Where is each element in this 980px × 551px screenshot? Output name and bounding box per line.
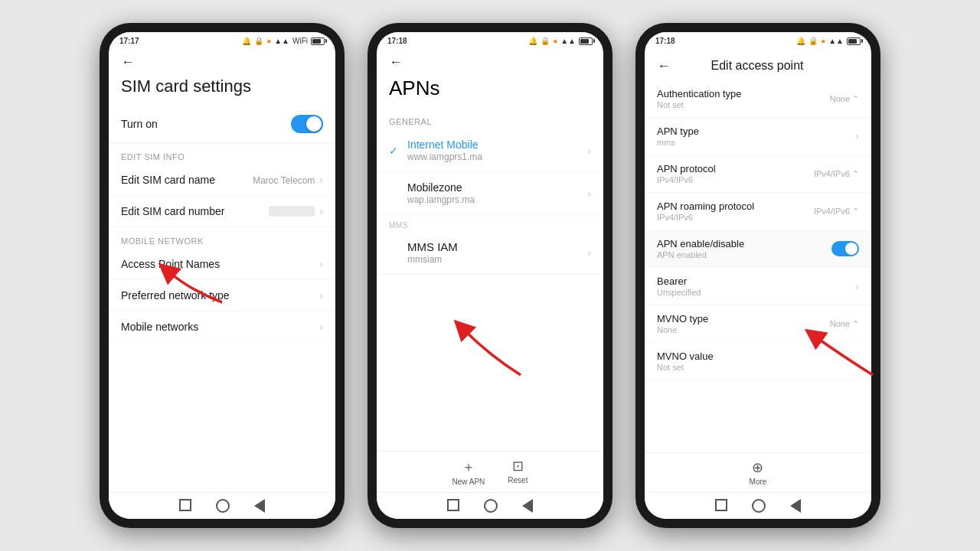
- nav-home-3[interactable]: [752, 499, 766, 513]
- apn-enable-row[interactable]: APN enable/disable APN enabled: [645, 230, 871, 268]
- nav-back-2[interactable]: [447, 499, 459, 511]
- bearer-main: Bearer: [657, 276, 855, 287]
- chevron-internet-mobile: ›: [587, 145, 591, 157]
- nav-back-1[interactable]: [179, 499, 191, 511]
- nav-recent-1[interactable]: [254, 499, 265, 513]
- mobilezone-url: wap.iamgprs.ma: [407, 194, 587, 205]
- reset-icon: ⊡: [512, 458, 524, 474]
- page-title-sim: SIM card settings: [109, 73, 335, 106]
- apn-enable-toggle[interactable]: [831, 241, 859, 256]
- turn-on-row[interactable]: Turn on: [109, 106, 335, 143]
- back-button-2[interactable]: ←: [389, 54, 403, 70]
- lock-icon-3: 🔒: [808, 37, 818, 45]
- auth-type-right: None ⌃: [830, 94, 859, 104]
- mobile-networks-row[interactable]: Mobile networks ›: [109, 311, 335, 343]
- auth-type-row[interactable]: Authentication type Not set None ⌃: [645, 80, 871, 118]
- apn-roaming-row[interactable]: APN roaming protocol IPv4/IPv6 IPv4/IPv6…: [645, 193, 871, 230]
- apn-roaming-sub: IPv4/IPv6: [657, 213, 814, 222]
- phone-sim-settings: 17:17 🔔 🔒 ● ▲▲ WiFi ← SIM card settings: [100, 23, 345, 528]
- notif-icon-3: 🔔: [796, 37, 805, 45]
- chevron-mobile-networks: ›: [319, 321, 323, 333]
- mms-iam-info: MMS IAM mmsiam: [407, 240, 587, 265]
- bearer-sub: Unspecified: [657, 288, 855, 297]
- more-button[interactable]: ⊕ More: [750, 459, 767, 486]
- apn-enable-sub: APN enabled: [657, 250, 831, 259]
- more-icon: ⊕: [752, 459, 763, 476]
- mobilezone-name: Mobilezone: [407, 181, 587, 194]
- mobilezone-item[interactable]: ✓ Mobilezone wap.iamgprs.ma ›: [377, 172, 603, 215]
- roaming-expand-icon: ⌃: [852, 207, 859, 217]
- status-bar-2: 17:18 🔔 🔒 ● ▲▲: [377, 32, 603, 48]
- apn-type-row[interactable]: APN type mms ›: [645, 118, 871, 155]
- apn-check-mobile: ✓: [389, 187, 401, 200]
- chevron-network-type: ›: [319, 289, 323, 302]
- edit-sim-number-row[interactable]: Edit SIM card number ›: [109, 196, 335, 227]
- apn-title: APNs: [377, 73, 603, 109]
- mobile-networks-main: Mobile networks: [121, 321, 319, 333]
- apn-enable-main: APN enable/disable: [657, 238, 831, 249]
- phone-nav-3: [645, 492, 871, 519]
- auth-type-main: Authentication type: [657, 88, 830, 99]
- new-apn-label: New APN: [452, 478, 485, 486]
- new-apn-button[interactable]: ＋ New APN: [452, 458, 485, 486]
- reset-button[interactable]: ⊡ Reset: [508, 458, 528, 486]
- mvno-type-right: None ⌃: [830, 319, 859, 329]
- back-button-3[interactable]: ←: [657, 58, 671, 74]
- preferred-network-row[interactable]: Preferred network type ›: [109, 280, 335, 311]
- nav-back-3[interactable]: [715, 499, 727, 511]
- apn-protocol-right: IPv4/IPv6 ⌃: [814, 169, 859, 179]
- apn-general-label: GENERAL: [377, 109, 603, 129]
- nav-recent-2[interactable]: [522, 499, 533, 513]
- turn-on-toggle[interactable]: [291, 115, 323, 133]
- signal-icon: ▲▲: [274, 37, 289, 45]
- turn-on-label: Turn on: [121, 118, 158, 130]
- nav-home-1[interactable]: [216, 499, 230, 513]
- mvno-value-main: MVNO value: [657, 350, 859, 362]
- more-label: More: [750, 478, 767, 486]
- apn-bottom-bar: ＋ New APN ⊡ Reset: [377, 451, 603, 492]
- internet-mobile-info: Internet Mobile www.iamgprs1.ma: [407, 139, 587, 162]
- mobilezone-info: Mobilezone wap.iamgprs.ma: [407, 181, 587, 205]
- status-icons-3: 🔔 🔒 ● ▲▲: [796, 37, 861, 45]
- status-bar-3: 17:18 🔔 🔒 ● ▲▲: [645, 32, 871, 48]
- apn-type-main: APN type: [657, 126, 855, 137]
- phone-apns: 17:18 🔔 🔒 ● ▲▲ ← APNs GENERAL ✓: [368, 23, 612, 528]
- chevron-apn-type: ›: [855, 130, 859, 142]
- top-nav-2: ←: [377, 48, 603, 73]
- lock-icon-2: 🔒: [541, 37, 550, 45]
- time-1: 17:17: [119, 37, 139, 45]
- apn-roaming-right: IPv4/IPv6 ⌃: [814, 207, 859, 217]
- internet-mobile-name: Internet Mobile: [407, 139, 587, 151]
- mvno-value-sub: Not set: [657, 363, 859, 372]
- apn-roaming-value: IPv4/IPv6: [814, 207, 850, 216]
- top-nav-3: ← Edit access point: [645, 48, 871, 80]
- edit-sim-name-row[interactable]: Edit SIM card name Maroc Telecom ›: [109, 165, 335, 196]
- mvno-type-row[interactable]: MVNO type None None ⌃: [645, 305, 871, 343]
- mvno-value-row[interactable]: MVNO value Not set: [645, 343, 871, 380]
- edit-sim-info-label: EDIT SIM INFO: [109, 143, 335, 165]
- mvno-type-sub: None: [657, 325, 830, 334]
- mms-iam-url: mmsiam: [407, 254, 587, 265]
- dot-icon-3: ●: [821, 37, 825, 45]
- back-button-1[interactable]: ←: [121, 54, 135, 70]
- apn-check-mms: ✓: [389, 246, 401, 259]
- nav-home-2[interactable]: [484, 499, 498, 513]
- apn-protocol-row[interactable]: APN protocol IPv4/IPv6 IPv4/IPv6 ⌃: [645, 155, 871, 193]
- access-point-names-row[interactable]: Access Point Names ›: [109, 249, 335, 280]
- top-nav-1: ←: [109, 48, 335, 73]
- notif-icon-2: 🔔: [528, 37, 537, 45]
- mms-iam-name: MMS IAM: [407, 240, 587, 253]
- plus-icon: ＋: [462, 458, 475, 476]
- phone-nav-1: [109, 492, 335, 519]
- reset-label: Reset: [508, 476, 528, 484]
- apn-protocol-main: APN protocol: [657, 163, 814, 174]
- nav-recent-3[interactable]: [790, 499, 801, 513]
- mobile-network-label: MOBILE NETWORK: [109, 227, 335, 249]
- internet-mobile-item[interactable]: ✓ Internet Mobile www.iamgprs1.ma ›: [377, 129, 603, 172]
- status-icons-1: 🔔 🔒 ● ▲▲ WiFi: [242, 37, 325, 45]
- status-bar-1: 17:17 🔔 🔒 ● ▲▲ WiFi: [109, 32, 335, 48]
- signal-icon-2: ▲▲: [560, 37, 576, 45]
- bearer-row[interactable]: Bearer Unspecified ›: [645, 268, 871, 305]
- time-2: 17:18: [387, 37, 407, 45]
- mms-iam-item[interactable]: ✓ MMS IAM mmsiam ›: [377, 231, 603, 275]
